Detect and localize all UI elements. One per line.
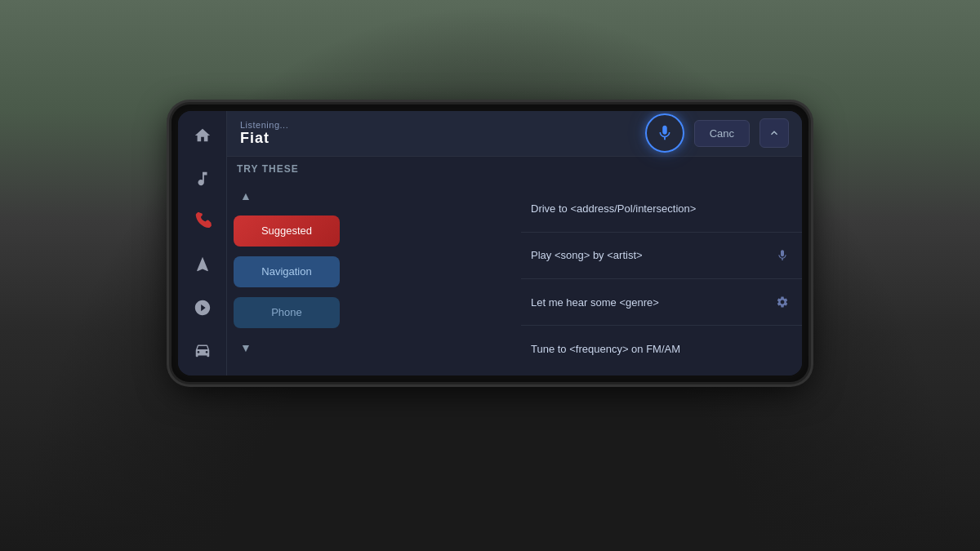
suggested-button[interactable]: Suggested: [234, 216, 340, 247]
scroll-up-arrow[interactable]: ▲: [234, 186, 258, 206]
phone-button[interactable]: Phone: [234, 297, 340, 328]
music-icon[interactable]: [186, 163, 219, 193]
suggestion-text-4: Tune to <frequency> on FM/AM: [531, 343, 792, 355]
body-content: TRY THESE ▲ Suggested Navigation Phone ▼: [227, 157, 802, 375]
car-icon[interactable]: [186, 335, 219, 366]
suggestion-text-2: Play <song> by <artist>: [531, 249, 773, 261]
scroll-down-arrow[interactable]: ▼: [234, 338, 258, 358]
suggestion-item-1[interactable]: Drive to <address/Pol/intersection>: [521, 186, 802, 233]
navigation-button[interactable]: Navigation: [234, 256, 340, 287]
suggestion-text-3: Let me hear some <genre>: [531, 296, 773, 309]
suggestion-item-4[interactable]: Tune to <frequency> on FM/AM: [521, 326, 802, 371]
gear-icon: [773, 292, 792, 312]
header: Listening... Fiat Canc: [227, 111, 802, 157]
chevron-up-button[interactable]: [760, 118, 789, 148]
screen: Listening... Fiat Canc: [178, 111, 802, 375]
car-background: Listening... Fiat Canc: [0, 0, 980, 551]
screen-bezel: Listening... Fiat Canc: [172, 104, 808, 382]
suggestions-row: ▲ Suggested Navigation Phone ▼ Drive to …: [227, 183, 802, 375]
sidebar: [178, 111, 227, 375]
android-auto-icon[interactable]: [186, 292, 219, 322]
try-these-label: TRY THESE: [237, 163, 792, 175]
screen-container: Listening... Fiat Canc: [172, 104, 808, 382]
home-icon[interactable]: [186, 121, 219, 151]
suggestion-text-1: Drive to <address/Pol/intersection>: [531, 202, 792, 215]
suggestions-list: Drive to <address/Pol/intersection> Play…: [521, 183, 802, 375]
suggestion-item-3[interactable]: Let me hear some <genre>: [521, 279, 802, 326]
phone-off-icon[interactable]: [186, 207, 219, 237]
suggestion-item-2[interactable]: Play <song> by <artist>: [521, 233, 802, 279]
navigation-sidebar-icon[interactable]: [186, 250, 219, 280]
cancel-button[interactable]: Canc: [694, 120, 750, 147]
header-text: Listening... Fiat: [240, 120, 635, 147]
try-these-section: TRY THESE: [227, 157, 802, 183]
microphone-icon: [656, 124, 674, 142]
chevron-up-icon: [768, 127, 781, 140]
listening-label: Listening...: [240, 120, 635, 130]
mic-small-icon: [773, 246, 792, 265]
main-content: Listening... Fiat Canc: [227, 111, 802, 375]
mic-button[interactable]: [645, 113, 684, 153]
category-panel: ▲ Suggested Navigation Phone ▼: [227, 183, 521, 375]
brand-name: Fiat: [240, 130, 635, 147]
